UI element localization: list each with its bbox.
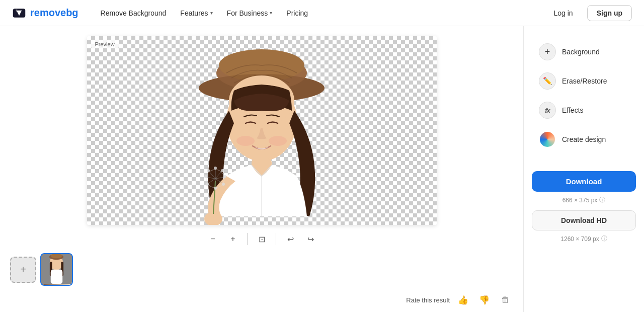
svg-point-10: [269, 136, 287, 146]
toolbar-divider-1: [247, 233, 248, 245]
erase-restore-label: Erase/Restore: [562, 77, 607, 85]
download-hd-size-text: 1260 × 709 px: [560, 236, 599, 243]
download-hd-button[interactable]: Download HD: [532, 210, 636, 230]
download-button[interactable]: Download: [532, 171, 636, 192]
thumbs-down-button[interactable]: 👎: [476, 292, 492, 308]
features-chevron-icon: ▾: [210, 10, 213, 16]
nav-pricing[interactable]: Pricing: [280, 6, 314, 20]
thumb-svg: [41, 253, 72, 285]
erase-restore-option[interactable]: ✏️ Erase/Restore: [532, 67, 636, 95]
create-design-label: Create design: [562, 135, 606, 143]
redo-button[interactable]: ↪: [302, 231, 318, 247]
logo-icon: [12, 6, 26, 20]
rating-area: Rate this result 👍 👎 🗑: [406, 292, 513, 308]
nav-features[interactable]: Features ▾: [174, 6, 218, 20]
download-size-text: 666 × 375 px: [562, 197, 598, 204]
rate-label: Rate this result: [406, 296, 450, 304]
add-image-button[interactable]: +: [10, 257, 36, 283]
panel-spacer: [532, 155, 636, 163]
logo[interactable]: removebg: [12, 6, 78, 20]
header: removebg Remove Background Features ▾ Fo…: [0, 0, 644, 26]
toolbar-divider-2: [276, 233, 276, 245]
nav-remove-background[interactable]: Remove Background: [95, 6, 173, 20]
download-size-info: 666 × 375 px ⓘ: [532, 196, 636, 204]
svg-point-29: [222, 183, 225, 186]
main-content: Preview: [0, 26, 644, 312]
redo-icon: ↪: [307, 235, 314, 244]
background-option[interactable]: + Background: [532, 38, 636, 65]
right-panel: + Background ✏️ Erase/Restore fx Effects…: [523, 26, 644, 312]
svg-point-17: [214, 167, 217, 170]
svg-point-27: [206, 183, 209, 186]
svg-point-9: [236, 136, 255, 146]
logo-text: removebg: [30, 7, 78, 19]
delete-button[interactable]: 🗑: [497, 292, 513, 308]
download-hd-info-icon[interactable]: ⓘ: [601, 235, 607, 243]
thumbnail-preview: [41, 254, 72, 285]
thumbs-up-button[interactable]: 👍: [455, 292, 471, 308]
svg-point-23: [204, 175, 207, 178]
effects-option[interactable]: fx Effects: [532, 97, 636, 124]
svg-point-25: [223, 175, 226, 178]
zoom-out-icon: −: [210, 235, 215, 244]
login-button[interactable]: Log in: [546, 6, 581, 21]
zoom-in-icon: +: [230, 235, 235, 244]
for-business-chevron-icon: ▾: [270, 10, 272, 16]
erase-restore-icon: ✏️: [539, 72, 556, 90]
delete-icon: 🗑: [501, 295, 510, 305]
bottom-actions: Rate this result 👍 👎 🗑: [0, 292, 523, 312]
zoom-out-button[interactable]: −: [205, 231, 221, 247]
preview-container: Preview: [87, 36, 437, 225]
preview-label: Preview: [91, 40, 119, 48]
thumbnail-strip: +: [0, 247, 523, 292]
fit-icon: ⊡: [259, 235, 265, 244]
canva-gradient-icon: [540, 132, 555, 147]
background-icon: +: [539, 43, 556, 60]
add-icon: +: [20, 264, 26, 275]
person-svg: [156, 36, 367, 225]
header-actions: Log in Sign up: [546, 5, 632, 21]
thumbs-down-icon: 👎: [479, 295, 490, 305]
zoom-in-button[interactable]: +: [225, 231, 241, 247]
download-info-icon[interactable]: ⓘ: [599, 196, 605, 204]
effects-label: Effects: [562, 106, 584, 114]
create-design-option[interactable]: Create design: [532, 126, 636, 153]
canvas-toolbar: − + ⊡ ↩ ↪: [205, 231, 318, 247]
download-hd-size-info: 1260 × 709 px ⓘ: [532, 235, 636, 243]
undo-button[interactable]: ↩: [282, 231, 298, 247]
image-thumbnail[interactable]: [40, 253, 73, 286]
thumbs-up-icon: 👍: [458, 295, 468, 305]
main-nav: Remove Background Features ▾ For Busines…: [95, 6, 546, 20]
effects-icon: fx: [539, 102, 556, 119]
svg-point-19: [207, 169, 210, 172]
svg-rect-38: [51, 270, 62, 284]
svg-point-21: [221, 169, 224, 172]
nav-for-business[interactable]: For Business ▾: [221, 6, 279, 20]
subject-image: [87, 36, 437, 225]
background-label: Background: [562, 48, 600, 56]
canvas-area: Preview: [0, 26, 523, 312]
signup-button[interactable]: Sign up: [587, 5, 632, 21]
fit-view-button[interactable]: ⊡: [254, 231, 270, 247]
create-design-icon: [539, 131, 556, 148]
svg-point-35: [51, 254, 62, 258]
undo-icon: ↩: [287, 235, 294, 244]
svg-point-31: [214, 187, 217, 190]
